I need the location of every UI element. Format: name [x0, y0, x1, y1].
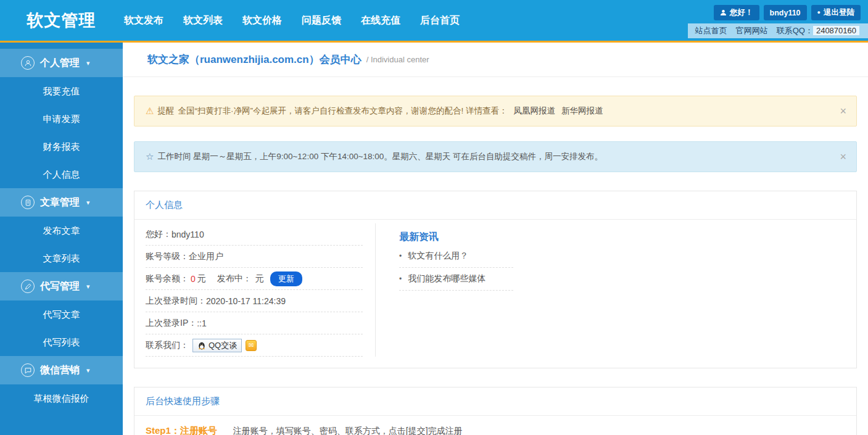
user-icon	[21, 56, 35, 70]
official-site-link[interactable]: 官网网站	[736, 25, 768, 36]
greeting-label: 您好！	[730, 7, 753, 18]
page-subtitle: / Individual center	[366, 55, 429, 64]
main-content: 软文之家（ruanwenzhijia.com.cn）会员中心 / Individ…	[123, 43, 868, 435]
news-item-text: 软文有什么用？	[408, 251, 468, 262]
section-label: 微信营销	[40, 364, 80, 377]
sidebar-section-personal[interactable]: 个人管理 ▾	[0, 49, 123, 77]
publishing-unit: 元	[255, 273, 264, 284]
bullet-icon: •	[399, 275, 402, 283]
chevron-down-icon: ▾	[86, 283, 90, 291]
power-icon: ●	[817, 10, 820, 15]
level-value: 企业用户	[189, 251, 223, 262]
sidebar-item-publish-article[interactable]: 发布文章	[0, 217, 123, 244]
profile-panel-title: 个人信息	[134, 191, 856, 220]
level-label: 账号等级：	[146, 251, 189, 262]
sidebar-item-ghostwrite-list[interactable]: 代写列表	[0, 328, 123, 356]
last-login-value: 2020-10-17 11:24:39	[206, 296, 286, 306]
chat-icon	[21, 363, 35, 377]
warning-icon: ⚠	[146, 106, 154, 117]
sidebar-item-finance-report[interactable]: 财务报表	[0, 133, 123, 160]
nav-feedback[interactable]: 问题反馈	[302, 14, 341, 27]
qq-status-icon[interactable]: ✉	[246, 340, 257, 351]
logout-button[interactable]: ● 退出登陆	[811, 5, 861, 20]
quick-steps-panel: 后台快速使用步骤 Step1：注册账号 注册账号，填写账号、密码、联系方式，点击…	[134, 387, 857, 435]
nav-article-price[interactable]: 软文价格	[242, 14, 282, 27]
site-home-link[interactable]: 站点首页	[695, 25, 727, 36]
profile-info-column: 您好： bndy110 账号等级： 企业用户 账号余额： 0 元 发布中：	[146, 223, 375, 357]
header-subnav: 站点首页 官网网站 联系QQ：240870160	[688, 23, 868, 38]
top-nav: 软文发布 软文列表 软文价格 问题反馈 在线充值 后台首页	[124, 14, 460, 27]
qq-chat-label: QQ交谈	[209, 340, 237, 351]
body-wrapper: 个人管理 ▾ 我要充值 申请发票 财务报表 个人信息 文章管理 ▾ 发布文章 文…	[0, 43, 868, 435]
last-login-row: 上次登录时间： 2020-10-17 11:24:39	[146, 290, 363, 312]
sidebar-item-grassroots-wechat-price[interactable]: 草根微信报价	[0, 384, 123, 412]
notice-text: 全国“扫黄打非·净网”今起展开，请客户自行检查发布文章内容，谢谢您的配合! 详情…	[178, 106, 507, 117]
notice-label: 提醒	[157, 106, 174, 117]
balance-value: 0	[191, 274, 196, 284]
chevron-down-icon: ▾	[86, 199, 90, 207]
page: 软文管理 软文发布 软文列表 软文价格 问题反馈 在线充值 后台首页 您好！ b…	[0, 0, 868, 435]
sidebar-section-articles[interactable]: 文章管理 ▾	[0, 188, 123, 217]
close-icon[interactable]: ×	[840, 106, 846, 117]
update-balance-button[interactable]: 更新	[270, 271, 302, 286]
nav-admin-home[interactable]: 后台首页	[420, 14, 460, 27]
greeting-label: 您好：	[146, 229, 172, 240]
news-column: 最新资讯 • 软文有什么用？ • 我们能发布哪些媒体	[375, 223, 845, 357]
nav-article-list[interactable]: 软文列表	[183, 14, 223, 27]
profile-panel: 个人信息 您好： bndy110 账号等级： 企业用户 账号余额：	[134, 191, 857, 368]
step1-row: Step1：注册账号 注册账号，填写账号、密码、联系方式，点击[提交]完成注册	[134, 416, 856, 435]
working-hours-alert: ☆ 工作时间 星期一～星期五，上午9:00~12:00 下午14:00~18:0…	[134, 141, 857, 172]
quick-steps-title: 后台快速使用步骤	[134, 387, 856, 416]
qq-number: 240870160	[813, 26, 859, 35]
sidebar-section-ghostwriting[interactable]: 代写管理 ▾	[0, 272, 123, 300]
section-label: 个人管理	[40, 57, 80, 70]
account-level-row: 账号等级： 企业用户	[146, 246, 363, 268]
news-title: 最新资讯	[399, 231, 845, 244]
user-icon	[720, 9, 727, 16]
balance-row: 账号余额： 0 元 发布中： 元 更新	[146, 268, 363, 290]
greeting-row: 您好： bndy110	[146, 223, 363, 246]
xinhua-report-link[interactable]: 新华网报道	[561, 106, 603, 117]
contact-label: 联系我们：	[146, 340, 189, 351]
profile-panel-body: 您好： bndy110 账号等级： 企业用户 账号余额： 0 元 发布中：	[134, 220, 856, 368]
logout-label: 退出登陆	[824, 7, 854, 18]
user-badges: 您好！ bndy110 ● 退出登陆	[714, 5, 861, 20]
contact-qq-label: 联系QQ：240870160	[777, 25, 859, 36]
close-icon[interactable]: ×	[840, 151, 846, 162]
qq-penguin-icon	[197, 341, 206, 350]
sidebar: 个人管理 ▾ 我要充值 申请发票 财务报表 个人信息 文章管理 ▾ 发布文章 文…	[0, 43, 123, 435]
sidebar-item-ghostwrite-article[interactable]: 代写文章	[0, 300, 123, 328]
username-value: bndy110	[172, 230, 204, 239]
last-ip-label: 上次登录IP：	[146, 318, 197, 329]
qq-chat-button[interactable]: QQ交谈	[192, 339, 242, 352]
sidebar-section-wechat[interactable]: 微信营销 ▾	[0, 356, 123, 384]
envelope-icon: ✉	[249, 342, 254, 349]
greeting-badge: 您好！	[714, 5, 759, 20]
working-hours-text: 工作时间 星期一～星期五，上午9:00~12:00 下午14:00~18:00。…	[157, 151, 603, 162]
sidebar-item-profile[interactable]: 个人信息	[0, 160, 123, 188]
contact-row: 联系我们： QQ交谈 ✉	[146, 334, 363, 357]
pencil-icon	[21, 280, 35, 293]
header-right: 您好！ bndy110 ● 退出登陆 站点首页 官网网站 联系QQ：240870…	[688, 5, 868, 38]
bullet-icon: •	[399, 252, 402, 260]
sidebar-item-article-list[interactable]: 文章列表	[0, 244, 123, 272]
section-label: 代写管理	[40, 280, 80, 293]
page-title: 软文之家（ruanwenzhijia.com.cn）会员中心	[147, 52, 362, 67]
news-item[interactable]: • 我们能发布哪些媒体	[399, 268, 513, 291]
app-title: 软文管理	[0, 9, 123, 31]
phoenix-report-link[interactable]: 凤凰网报道	[513, 106, 555, 117]
news-item[interactable]: • 软文有什么用？	[399, 245, 513, 268]
publishing-label: 发布中：	[217, 273, 252, 284]
last-ip-row: 上次登录IP： ::1	[146, 312, 363, 334]
nav-article-publish[interactable]: 软文发布	[124, 14, 163, 27]
section-label: 文章管理	[40, 196, 80, 209]
top-header: 软文管理 软文发布 软文列表 软文价格 问题反馈 在线充值 后台首页 您好！ b…	[0, 0, 868, 43]
username-badge: bndy110	[764, 5, 807, 20]
step1-label: Step1：注册账号	[146, 425, 217, 435]
balance-unit: 元	[197, 273, 206, 284]
qq-label: 联系QQ：	[777, 26, 813, 35]
sidebar-item-recharge[interactable]: 我要充值	[0, 77, 123, 105]
nav-online-recharge[interactable]: 在线充值	[361, 14, 400, 27]
notice-alert: ⚠ 提醒 全国“扫黄打非·净网”今起展开，请客户自行检查发布文章内容，谢谢您的配…	[134, 96, 857, 126]
sidebar-item-invoice[interactable]: 申请发票	[0, 105, 123, 133]
